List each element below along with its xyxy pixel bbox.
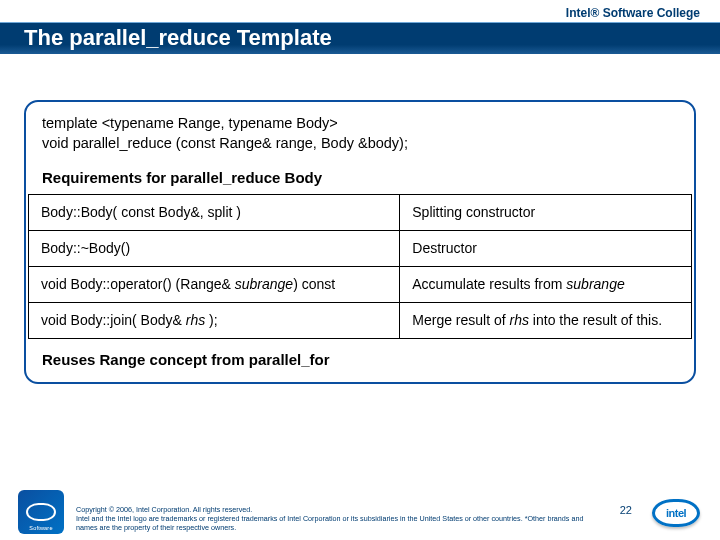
intel-software-logo-icon: Software <box>18 490 64 534</box>
table-row: void Body::operator() (Range& subrange) … <box>29 266 692 302</box>
footer: Software Copyright © 2006, Intel Corpora… <box>0 486 720 540</box>
intel-ring-icon: intel <box>652 499 700 527</box>
text: void Body::join( Body& <box>41 312 186 328</box>
cell-signature: Body::Body( const Body&, split ) <box>29 195 400 231</box>
em-text: rhs <box>510 312 529 328</box>
copyright-text: Copyright © 2006, Intel Corporation. All… <box>76 505 596 532</box>
em-text: rhs <box>186 312 205 328</box>
cell-description: Merge result of rhs into the result of t… <box>400 302 692 338</box>
software-label: Software <box>18 525 64 531</box>
table-row: Body::Body( const Body&, split ) Splitti… <box>29 195 692 231</box>
table-row: Body::~Body() Destructor <box>29 231 692 267</box>
cell-signature: void Body::join( Body& rhs ); <box>29 302 400 338</box>
text: void Body::operator() (Range& <box>41 276 235 292</box>
page-number: 22 <box>620 504 632 516</box>
page-title: The parallel_reduce Template <box>0 23 720 53</box>
text: into the result of this. <box>529 312 662 328</box>
table-row: void Body::join( Body& rhs ); Merge resu… <box>29 302 692 338</box>
intel-text: intel <box>655 507 697 519</box>
reuses-note: Reuses Range concept from parallel_for <box>26 339 694 368</box>
cell-description: Accumulate results from subrange <box>400 266 692 302</box>
em-text: subrange <box>566 276 624 292</box>
requirements-table: Body::Body( const Body&, split ) Splitti… <box>28 194 692 339</box>
em-text: subrange <box>235 276 293 292</box>
copyright-line-2: Intel and the Intel logo are trademarks … <box>76 514 596 532</box>
text: ); <box>205 312 217 328</box>
title-bar: The parallel_reduce Template <box>0 22 720 54</box>
slide: Intel® Software College The parallel_red… <box>0 0 720 540</box>
cell-signature: void Body::operator() (Range& subrange) … <box>29 266 400 302</box>
copyright-line-1: Copyright © 2006, Intel Corporation. All… <box>76 505 596 514</box>
template-signature: template <typename Range, typename Body>… <box>26 114 694 163</box>
signature-line-1: template <typename Range, typename Body> <box>42 114 678 134</box>
cell-description: Destructor <box>400 231 692 267</box>
signature-line-2: void parallel_reduce (const Range& range… <box>42 134 678 154</box>
requirements-heading: Requirements for parallel_reduce Body <box>26 163 694 194</box>
intel-ring-icon <box>26 503 56 521</box>
brand-label: Intel® Software College <box>566 6 700 20</box>
text: Accumulate results from <box>412 276 566 292</box>
cell-description: Splitting constructor <box>400 195 692 231</box>
content-box: template <typename Range, typename Body>… <box>24 100 696 384</box>
text: Merge result of <box>412 312 509 328</box>
cell-signature: Body::~Body() <box>29 231 400 267</box>
intel-logo-icon: intel <box>650 496 702 530</box>
text: ) const <box>293 276 335 292</box>
